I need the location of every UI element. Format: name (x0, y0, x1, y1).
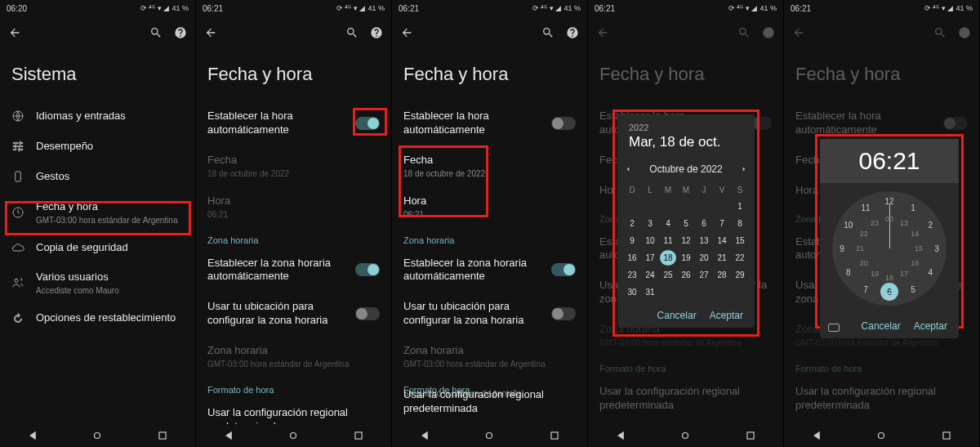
year[interactable]: 2022 (629, 123, 743, 132)
cal-day[interactable]: 27 (696, 267, 712, 283)
cal-day[interactable]: 2 (624, 216, 640, 231)
nav-home-icon[interactable] (679, 430, 691, 441)
clock-hour[interactable]: 3 (934, 244, 939, 253)
search-icon[interactable] (345, 26, 359, 39)
next-month-icon[interactable] (740, 165, 748, 173)
toggle-auto-zone[interactable] (551, 263, 576, 276)
help-icon[interactable] (566, 26, 579, 39)
cal-day[interactable]: 28 (714, 267, 730, 283)
cal-day[interactable]: 23 (624, 267, 640, 283)
cal-day[interactable]: 12 (678, 233, 694, 248)
item-hora[interactable]: Hora 06:21 (392, 186, 587, 227)
clock-hour[interactable]: 4 (928, 268, 933, 277)
nav-home-icon[interactable] (483, 430, 495, 441)
cal-day[interactable]: 21 (714, 250, 730, 266)
item-auto-zone[interactable]: Establecer la zona horaria automáticamen… (392, 248, 587, 293)
cal-day[interactable]: 13 (696, 233, 712, 248)
clock-hour-inner[interactable]: 18 (885, 274, 893, 282)
accept-button[interactable]: Aceptar (710, 310, 743, 321)
search-icon[interactable] (149, 26, 163, 39)
toggle-use-location[interactable] (551, 307, 576, 320)
item-idiomas[interactable]: Idiomas y entradas (0, 101, 195, 132)
cancel-button[interactable]: Cancelar (657, 310, 697, 321)
cal-day[interactable]: 22 (732, 250, 748, 266)
clock-hour-inner[interactable]: 00 (885, 215, 893, 223)
search-icon[interactable] (541, 26, 555, 39)
cal-day[interactable]: 30 (624, 284, 640, 300)
cal-day[interactable]: 9 (624, 233, 640, 248)
clock-hour-inner[interactable]: 13 (900, 219, 908, 227)
cal-day[interactable]: 26 (678, 267, 694, 283)
help-icon[interactable] (370, 26, 383, 39)
nav-recent-icon[interactable] (549, 430, 560, 441)
clock-hour[interactable]: 1 (911, 203, 915, 212)
cal-day[interactable]: 6 (696, 216, 712, 231)
cal-day[interactable]: 18 (660, 250, 676, 266)
clock-hour[interactable]: 7 (863, 285, 868, 294)
back-arrow-icon[interactable] (8, 26, 21, 39)
item-auto-zone[interactable]: Establecer la zona horaria automáticamen… (196, 248, 391, 293)
back-arrow-icon[interactable] (204, 26, 217, 39)
toggle-use-location[interactable] (355, 307, 380, 320)
cal-day[interactable]: 25 (660, 267, 676, 283)
clock-hour-inner[interactable]: 15 (915, 244, 923, 253)
clock-hour-inner[interactable]: 16 (911, 259, 919, 267)
cal-day[interactable]: 17 (642, 250, 658, 266)
nav-recent-icon[interactable] (941, 430, 952, 441)
nav-back-icon[interactable] (615, 430, 626, 441)
month-label[interactable]: Octubre de 2022 (649, 163, 722, 175)
toggle-auto-time[interactable] (551, 117, 576, 130)
clock-hour-inner[interactable]: 23 (871, 219, 879, 227)
clock-hour-inner[interactable]: 22 (860, 230, 868, 238)
cal-day[interactable]: 1 (732, 199, 748, 214)
clock-hour-inner[interactable]: 21 (856, 244, 864, 253)
nav-recent-icon[interactable] (745, 430, 756, 441)
nav-recent-icon[interactable] (353, 430, 364, 441)
clock-hour-inner[interactable]: 14 (911, 230, 919, 238)
nav-back-icon[interactable] (27, 430, 38, 441)
item-copia[interactable]: Copia de seguridad (0, 233, 195, 263)
cal-day[interactable]: 7 (714, 216, 730, 231)
nav-back-icon[interactable] (811, 430, 822, 441)
cal-day[interactable]: 5 (678, 216, 694, 231)
cal-day[interactable]: 20 (696, 250, 712, 266)
clock-hour-inner[interactable]: 19 (871, 270, 879, 278)
nav-home-icon[interactable] (91, 430, 103, 441)
nav-home-icon[interactable] (875, 430, 887, 441)
back-arrow-icon[interactable] (400, 26, 413, 39)
item-auto-time[interactable]: Establecer la hora automáticamente (392, 101, 587, 145)
cancel-button[interactable]: Cancelar (862, 320, 901, 332)
item-gestos[interactable]: Gestos (0, 162, 195, 192)
item-desempeno[interactable]: Desempeño (0, 132, 195, 162)
cal-day[interactable]: 10 (642, 233, 658, 248)
toggle-auto-zone[interactable] (355, 263, 380, 276)
nav-home-icon[interactable] (287, 430, 299, 441)
clock-hour[interactable]: 5 (911, 285, 915, 294)
clock-hour[interactable]: 8 (846, 268, 851, 277)
clock-hour[interactable]: 10 (844, 221, 853, 230)
toggle-auto-time[interactable] (355, 117, 380, 130)
item-use-location[interactable]: Usar tu ubicación para configurar la zon… (196, 292, 391, 336)
clock-hour[interactable]: 9 (840, 244, 844, 253)
cal-day[interactable]: 24 (642, 267, 658, 283)
clock-hour[interactable]: 6 (887, 292, 892, 301)
clock-hour-inner[interactable]: 17 (900, 270, 908, 278)
item-fecha-hora[interactable]: Fecha y hora GMT-03:00 hora estándar de … (0, 192, 195, 233)
cal-day[interactable]: 19 (678, 250, 694, 266)
prev-month-icon[interactable] (624, 165, 632, 173)
clock-hour[interactable]: 12 (884, 197, 893, 206)
clock-hour[interactable]: 2 (928, 221, 933, 230)
cal-day[interactable]: 11 (660, 233, 676, 248)
nav-recent-icon[interactable] (157, 430, 168, 441)
cal-day[interactable]: 3 (642, 216, 658, 231)
accept-button[interactable]: Aceptar (914, 320, 947, 332)
item-varios-usuarios[interactable]: Varios usuarios Accediste como Mauro (0, 262, 195, 303)
clock-hour[interactable]: 11 (861, 203, 870, 212)
cal-day[interactable]: 16 (624, 250, 640, 266)
item-auto-time[interactable]: Establecer la hora automáticamente (196, 101, 391, 145)
item-fecha[interactable]: Fecha 18 de octubre de 2022 (392, 145, 587, 186)
cal-day[interactable]: 15 (732, 233, 748, 248)
nav-back-icon[interactable] (223, 430, 234, 441)
cal-day[interactable]: 4 (660, 216, 676, 231)
nav-back-icon[interactable] (419, 430, 430, 441)
